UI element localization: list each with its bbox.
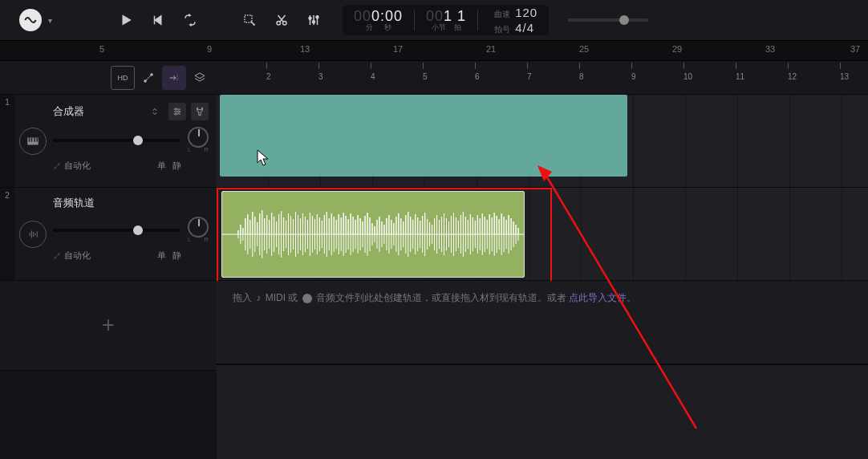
pan-knob[interactable] — [188, 217, 209, 238]
svg-rect-18 — [37, 137, 39, 141]
disc-icon — [302, 294, 312, 303]
track-header-2[interactable]: 2 音频轨道 LR 自动化 单 静 — [0, 188, 217, 281]
svg-line-36 — [55, 254, 59, 257]
pan-knob[interactable] — [188, 127, 209, 148]
snap-toggle[interactable] — [162, 66, 186, 90]
svg-rect-16 — [31, 137, 33, 141]
track-number: 2 — [0, 188, 14, 280]
cut-tool-button[interactable] — [267, 6, 296, 35]
track-lane-2[interactable] — [217, 188, 868, 281]
automation-view-icon[interactable] — [136, 66, 160, 90]
track-panel: HD 1 合成器 LR — [0, 61, 217, 459]
settings-icon[interactable] — [168, 103, 186, 120]
overview-ruler[interactable]: 5 9 13 17 21 25 29 33 37 — [0, 40, 868, 61]
logo-dropdown-icon[interactable]: ▾ — [48, 16, 52, 25]
plugin-icon[interactable] — [191, 103, 209, 120]
tempo-display[interactable]: 曲速120 — [494, 6, 537, 20]
svg-rect-17 — [34, 137, 36, 141]
svg-line-27 — [55, 164, 59, 167]
expand-icon[interactable] — [146, 103, 164, 120]
solo-button[interactable]: 单 — [157, 250, 166, 262]
waveform-icon — [19, 221, 47, 248]
svg-point-9 — [316, 16, 318, 18]
svg-point-8 — [313, 21, 315, 23]
track-panel-toolbar: HD — [0, 61, 217, 95]
top-toolbar: ▾ 000:00 分秒 001 1 小节拍 曲速120 拍号4/4 — [0, 0, 868, 40]
automation-toggle[interactable]: 自动化 — [53, 160, 151, 172]
svg-point-22 — [175, 108, 176, 110]
track-header-1[interactable]: 1 合成器 LR 自动化 单 — [0, 95, 217, 188]
timeline-ruler[interactable]: 2 3 4 5 6 7 8 9 10 11 12 13 — [217, 61, 868, 95]
svg-point-24 — [175, 113, 176, 115]
loop-button[interactable] — [176, 6, 205, 35]
mute-button[interactable]: 静 — [172, 160, 181, 172]
app-logo[interactable] — [19, 9, 42, 31]
time-signature-display[interactable]: 拍号4/4 — [494, 21, 537, 35]
import-link[interactable]: 点此导入文件 — [569, 292, 627, 303]
transport-display: 000:00 分秒 001 1 小节拍 曲速120 拍号4/4 — [343, 5, 549, 35]
volume-slider[interactable] — [53, 229, 180, 232]
track-name[interactable]: 合成器 — [53, 104, 141, 119]
waveform — [222, 206, 524, 262]
svg-point-23 — [178, 111, 180, 112]
svg-point-7 — [309, 17, 311, 19]
layers-icon[interactable] — [188, 66, 212, 90]
time-display[interactable]: 000:00 分秒 — [354, 9, 403, 31]
drop-hint: 拖入 ♪ MIDI 或 音频文件到此处创建轨道，或直接拖入材到现有轨道。或者 点… — [217, 281, 868, 315]
midi-clip[interactable] — [220, 95, 627, 177]
bar-display[interactable]: 001 1 小节拍 — [426, 9, 466, 31]
play-button[interactable] — [112, 6, 140, 35]
timeline-area: 2 3 4 5 6 7 8 9 10 11 12 13 — [217, 61, 868, 459]
track-number: 1 — [0, 95, 14, 187]
track-lane-1[interactable] — [217, 95, 868, 188]
audio-clip[interactable] — [221, 191, 525, 278]
select-tool-button[interactable] — [235, 6, 264, 35]
drop-zone[interactable]: 拖入 ♪ MIDI 或 音频文件到此处创建轨道，或直接拖入材到现有轨道。或者 点… — [217, 281, 868, 364]
mute-button[interactable]: 静 — [172, 250, 181, 262]
add-track-button[interactable]: + — [0, 281, 217, 371]
automation-toggle[interactable]: 自动化 — [53, 250, 151, 262]
hd-toggle[interactable]: HD — [111, 66, 135, 90]
volume-slider[interactable] — [53, 139, 180, 142]
svg-line-12 — [146, 75, 152, 80]
svg-rect-15 — [29, 137, 30, 141]
rewind-button[interactable] — [144, 6, 172, 35]
solo-button[interactable]: 单 — [157, 160, 166, 172]
zoom-slider[interactable] — [568, 18, 648, 22]
piano-icon — [19, 128, 47, 155]
mixer-button[interactable] — [299, 6, 328, 35]
note-icon: ♪ — [256, 289, 261, 307]
track-name[interactable]: 音频轨道 — [53, 196, 209, 210]
